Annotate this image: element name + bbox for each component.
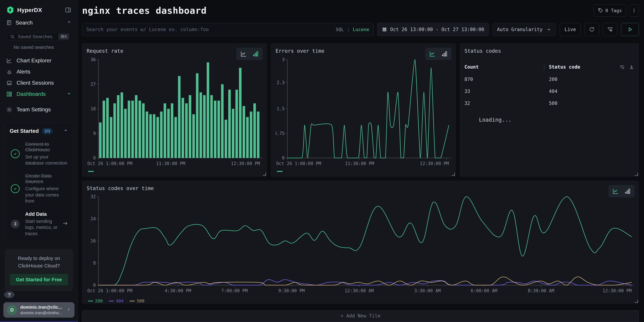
main-content: nginx traces dashboard 0 Tags SQL | Luce… <box>78 0 644 322</box>
legend-dash-icon <box>130 301 135 302</box>
app-logo-text: HyperDX <box>17 7 42 13</box>
lucene-toggle[interactable]: Lucene <box>353 27 369 32</box>
sidebar-item-team-settings[interactable]: Team Settings <box>0 104 78 115</box>
run-query-button[interactable] <box>621 23 639 36</box>
get-started-step-1[interactable]: Connect to ClickHouse Set up your databa… <box>10 142 68 166</box>
column-header-count[interactable]: Count <box>464 64 544 70</box>
bar-chart-toggle-icon[interactable] <box>252 50 259 58</box>
status-codes-over-time-chart[interactable]: 32241680Oct 26 1:00:00 PM4:30:00 PM7:00:… <box>87 193 634 296</box>
granularity-select[interactable]: Auto Granularity <box>492 23 556 36</box>
kebab-icon <box>632 8 636 13</box>
svg-text:8: 8 <box>93 260 96 266</box>
panel-status-codes: Status codes Count Status code 870 200 3… <box>460 44 639 177</box>
refresh-icon <box>589 26 595 32</box>
laptop-icon <box>6 80 12 86</box>
legend-label: 200 <box>95 298 103 304</box>
sidebar-item-client-sessions[interactable]: Client Sessions <box>0 77 78 88</box>
request-rate-chart[interactable]: 36271890Oct 26 1:00:00 PM11:30:00 PM12:3… <box>87 56 262 168</box>
legend-item-404[interactable]: 404 <box>109 298 124 304</box>
get-started-free-button[interactable]: Get Started for Free <box>10 274 68 286</box>
get-started-progress-badge: 2/3 <box>42 128 53 134</box>
column-resize-handle[interactable] <box>544 64 544 70</box>
chart-type-toggle <box>608 185 635 198</box>
panel-title: Status codes <box>464 48 634 54</box>
svg-text:0.75: 0.75 <box>276 131 285 136</box>
errors-over-time-chart[interactable]: 32.31.50.750Oct 26 1:00:00 PM11:30:00 PM… <box>276 56 451 168</box>
step-number-badge: 3 <box>11 220 20 228</box>
play-icon <box>627 26 633 32</box>
no-saved-searches-text: No saved searches <box>0 40 78 50</box>
get-started-title: Get Started <box>10 128 39 134</box>
sidebar-collapse-icon[interactable] <box>64 6 72 14</box>
check-circle-icon <box>11 184 20 193</box>
legend-label: 500 <box>137 298 144 304</box>
column-header-status-code[interactable]: Status code <box>549 64 619 70</box>
sidebar-item-dashboards[interactable]: Dashboards <box>0 88 78 100</box>
date-range-value: Oct 26 13:00:00 - Oct 27 13:00:00 <box>390 27 484 32</box>
sql-toggle[interactable]: SQL <box>336 27 344 32</box>
chart-type-toggle <box>425 48 452 60</box>
cloud-card-line2: ClickHouse Cloud? <box>10 262 68 270</box>
table-row: 32 500 <box>464 100 634 106</box>
hyperdx-logo-icon <box>6 6 14 14</box>
svg-text:Oct 26 1:00:00 PM: Oct 26 1:00:00 PM <box>276 161 321 166</box>
live-button[interactable]: Live <box>560 23 581 36</box>
get-started-step-2[interactable]: Create Data Sources Configure where your… <box>10 173 68 204</box>
bar-chart-toggle-icon[interactable] <box>624 188 631 195</box>
download-icon[interactable] <box>629 64 634 70</box>
calendar-icon <box>382 27 387 32</box>
line-chart-toggle-icon[interactable] <box>612 188 619 195</box>
svg-text:9:30:00 PM: 9:30:00 PM <box>278 288 305 293</box>
svg-text:3: 3 <box>282 57 285 62</box>
line-chart-toggle-icon[interactable] <box>240 50 247 58</box>
get-started-step-3[interactable]: 3 Add Data Start sending logs, metrics, … <box>10 211 68 237</box>
panel-title: Errors over time <box>276 48 451 54</box>
chevron-down-icon <box>546 27 552 32</box>
sidebar-divider <box>0 28 78 29</box>
sidebar-section-search[interactable]: Search <box>0 18 78 27</box>
event-search-input[interactable] <box>86 27 333 32</box>
event-search-bar[interactable]: SQL | Lucene <box>82 23 374 36</box>
saved-searches-input[interactable]: ⌘K <box>6 33 72 40</box>
user-email: dominic.tran@clickho... <box>20 310 63 315</box>
sidebar-item-chart-explorer[interactable]: Chart Explorer <box>0 55 78 66</box>
chevron-down-icon[interactable] <box>66 91 72 98</box>
sidebar-item-label: Client Sessions <box>16 80 54 86</box>
filter-button[interactable] <box>603 23 617 36</box>
language-divider: | <box>347 27 350 32</box>
cell-count: 32 <box>464 100 544 106</box>
chevron-up-icon[interactable] <box>66 20 72 26</box>
refresh-button[interactable] <box>584 23 599 36</box>
kebab-menu-button[interactable] <box>629 4 639 16</box>
help-button[interactable]: ? <box>4 291 14 298</box>
sidebar-item-label: Dashboards <box>16 91 46 97</box>
svg-text:16: 16 <box>90 238 96 244</box>
step-title: Connect to ClickHouse <box>25 142 68 152</box>
step-desc: Start sending logs, metrics, or traces <box>25 218 58 237</box>
cell-count: 870 <box>464 76 544 82</box>
user-name: dominic.tran@clic... <box>20 304 63 310</box>
tags-button[interactable]: 0 Tags <box>594 4 626 16</box>
sidebar-item-label: Chart Explorer <box>16 58 51 64</box>
cloud-card-line1: Ready to deploy on <box>10 255 68 262</box>
svg-text:0: 0 <box>282 156 285 160</box>
svg-text:12:30:00 PM: 12:30:00 PM <box>420 161 449 166</box>
svg-text:11:30:00 PM: 11:30:00 PM <box>156 161 185 166</box>
table-row: 33 404 <box>464 88 634 94</box>
chevron-up-icon[interactable] <box>63 128 68 134</box>
svg-text:Oct 26 1:00:00 PM: Oct 26 1:00:00 PM <box>87 161 132 166</box>
search-section-icon <box>6 20 12 26</box>
saved-searches-field[interactable] <box>18 34 56 39</box>
row-options-icon[interactable] <box>619 64 625 70</box>
bar-chart-toggle-icon[interactable] <box>441 50 448 58</box>
legend-item-500[interactable]: 500 <box>130 298 144 304</box>
svg-text:0: 0 <box>93 283 96 288</box>
step-title: Add Data <box>25 211 58 217</box>
line-chart-toggle-icon[interactable] <box>429 50 436 58</box>
user-menu[interactable]: D dominic.tran@clic... dominic.tran@clic… <box>4 302 74 318</box>
step-desc: Set up your database connection <box>25 154 68 166</box>
date-range-picker[interactable]: Oct 26 13:00:00 - Oct 27 13:00:00 <box>377 23 489 36</box>
sidebar-item-alerts[interactable]: Alerts <box>0 66 78 77</box>
add-new-tile-button[interactable]: + Add New Tile <box>82 310 639 322</box>
legend-item-200[interactable]: 200 <box>88 298 103 304</box>
